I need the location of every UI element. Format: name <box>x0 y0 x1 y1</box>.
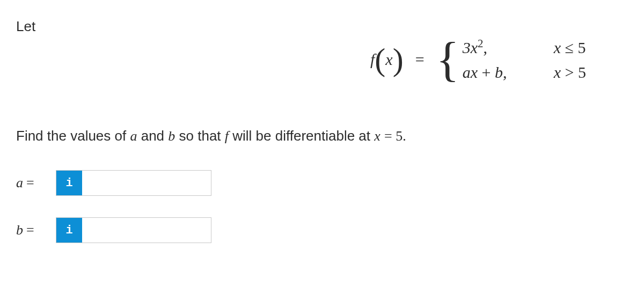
case-2-cond: x > 5 <box>554 63 613 82</box>
case-1-expr: 3x2, <box>463 37 554 57</box>
piecewise-equation: f ( x ) = { 3x2, x ≤ 5 ax + b, x > 5 <box>370 37 628 82</box>
label-b: b= <box>16 222 46 238</box>
cases-block: { 3x2, x ≤ 5 ax + b, x > 5 <box>436 37 613 82</box>
function-arg: x <box>385 50 392 69</box>
input-group-b: i <box>56 217 211 243</box>
left-brace: { <box>436 42 459 76</box>
info-icon[interactable]: i <box>56 218 82 243</box>
left-paren: ( <box>375 47 385 72</box>
case-1: 3x2, x ≤ 5 <box>463 37 613 57</box>
function-lhs: f ( x ) <box>370 47 404 72</box>
input-b[interactable] <box>82 218 211 243</box>
case-2-expr: ax + b, <box>463 63 554 82</box>
input-group-a: i <box>56 170 211 196</box>
function-name: f <box>370 50 375 69</box>
answer-row-a: a= i <box>16 170 628 196</box>
equals-sign: = <box>415 50 425 69</box>
instruction-text: Find the values of a and b so that f wil… <box>16 128 628 144</box>
answer-row-b: b= i <box>16 217 628 243</box>
label-a: a= <box>16 175 46 191</box>
info-icon[interactable]: i <box>56 171 82 195</box>
intro-text: Let <box>16 18 628 35</box>
right-paren: ) <box>393 47 404 72</box>
case-2: ax + b, x > 5 <box>463 63 613 82</box>
input-a[interactable] <box>82 171 211 195</box>
case-1-cond: x ≤ 5 <box>554 39 613 57</box>
answer-inputs: a= i b= i <box>16 170 628 243</box>
